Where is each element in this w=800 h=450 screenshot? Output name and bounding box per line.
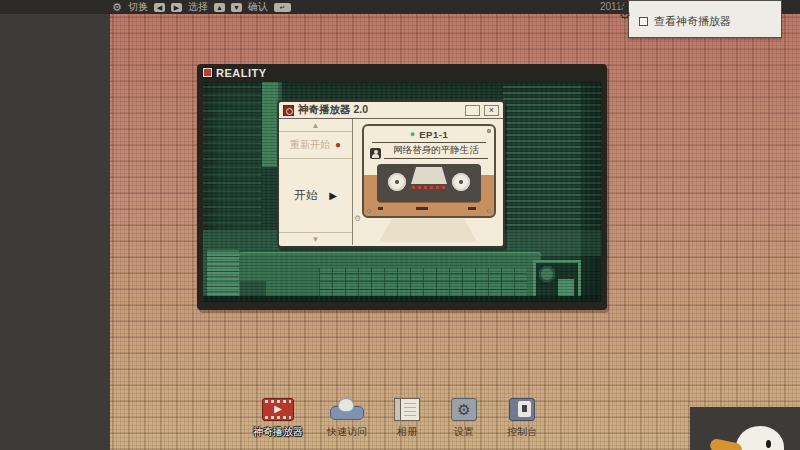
crt-art-chip: [558, 279, 574, 297]
icon-label: 快速访问: [327, 425, 367, 439]
minimize-button[interactable]: [465, 105, 480, 116]
episode-label: EP1-1: [419, 129, 448, 140]
tape-title: 网络替身的平静生活: [384, 144, 488, 159]
gear-icon: ⚙: [112, 0, 122, 14]
monitor-app-icon: [203, 68, 212, 77]
play-icon: ▶: [329, 191, 337, 201]
select-label: 选择: [188, 0, 208, 14]
cassette-tape: [377, 164, 481, 202]
episode-row: ● EP1-1: [364, 129, 494, 140]
desktop-icon-magic-player[interactable]: 神奇播放器: [250, 396, 306, 439]
person-icon: [370, 148, 381, 159]
divider: [372, 142, 486, 143]
crt-art-right-shadow: [581, 82, 601, 302]
duck-character: [736, 426, 784, 450]
icon-label: 神奇播放器: [253, 425, 303, 439]
crt-art-desk-edge: [203, 296, 601, 302]
crt-art-notebook: [203, 250, 239, 302]
screw-icon: [487, 209, 491, 213]
restart-label: 重新开始: [290, 138, 330, 152]
tiny-gear-icon: ⚙: [354, 215, 361, 223]
magic-player-window: 神奇播放器 2.0 × ▲ 重新开始 ● 开始 ▶ ▼: [277, 100, 505, 248]
desktop-icon-quick-access[interactable]: 快速访问: [319, 396, 375, 439]
cassette-holder: ● EP1-1 网络替身的平静生活: [362, 124, 496, 218]
player-body: ▲ 重新开始 ● 开始 ▶ ▼ ● EP1-1: [279, 119, 503, 245]
desktop-icon-album[interactable]: 相册: [379, 396, 435, 439]
down-key-icon[interactable]: ▼: [231, 3, 242, 12]
close-button[interactable]: ×: [484, 105, 499, 116]
top-hint-items: ⚙ 切换 ◀ ▶ 选择 ▲ ▼ 确认 ↵: [112, 0, 291, 14]
crt-art-keyboard-keys: [319, 268, 527, 298]
console-icon: [509, 396, 535, 422]
cassette-deck-panel: ● EP1-1 网络替身的平静生活: [353, 119, 503, 245]
tape-date: 2011/6/17: [437, 214, 488, 218]
cassette-window: [411, 167, 447, 184]
desktop-icon-settings[interactable]: ⚙ 设置: [436, 396, 492, 439]
gear-icon: ⚙: [619, 7, 631, 22]
left-reel-icon: [388, 173, 406, 191]
gear-icon: ⚙: [451, 396, 477, 422]
confirm-label: 确认: [248, 0, 268, 14]
player-titlebar[interactable]: 神奇播放器 2.0 ×: [279, 102, 503, 119]
prev-key-icon[interactable]: ◀: [154, 3, 165, 12]
monitor-title: REALITY: [216, 67, 267, 79]
corner-panel: [690, 407, 800, 450]
crt-art-left-streaks: [203, 82, 261, 232]
monitor-titlebar[interactable]: REALITY: [197, 64, 607, 81]
start-button[interactable]: 开始 ▶: [279, 159, 352, 232]
next-key-icon[interactable]: ▶: [171, 3, 182, 12]
player-window-title: 神奇播放器 2.0: [298, 103, 461, 117]
switch-label: 切换: [128, 0, 148, 14]
cloud-icon: [330, 396, 364, 422]
right-reel-icon: [452, 173, 470, 191]
record-icon: ●: [335, 140, 341, 150]
game-desktop: ⚙ 切换 ◀ ▶ 选择 ▲ ▼ 确认 ↵ 2011/ ⚙ ⚙ 查看神奇播放器 R…: [0, 0, 800, 450]
icon-label: 相册: [397, 425, 417, 439]
deck-door: [379, 219, 477, 242]
menu-item-view-player[interactable]: 查看神奇播放器: [639, 14, 731, 29]
tape-tick-marks: [364, 207, 494, 211]
screw-icon: [367, 209, 371, 213]
status-dot-icon: ●: [410, 130, 415, 139]
duck-eye: [766, 440, 771, 448]
cassette-label-strip: [412, 186, 446, 189]
left-dark-band: [0, 0, 110, 450]
scroll-down-button[interactable]: ▼: [279, 232, 352, 245]
context-menu: ⚙ ⚙ 查看神奇播放器: [628, 0, 782, 38]
start-label: 开始: [294, 188, 317, 203]
tape-title-row: 网络替身的平静生活: [370, 144, 488, 159]
desktop-icon-console[interactable]: 控制台: [494, 396, 550, 439]
enter-key-icon[interactable]: ↵: [274, 3, 291, 12]
screw-icon: [487, 129, 491, 133]
scroll-up-button[interactable]: ▲: [279, 119, 352, 132]
album-icon: [394, 396, 420, 422]
player-app-icon: [283, 105, 294, 116]
menu-item-label: 查看神奇播放器: [654, 14, 731, 29]
crt-art-disc: [539, 266, 555, 282]
icon-label: 设置: [454, 425, 474, 439]
icon-label: 控制台: [507, 425, 537, 439]
restart-button[interactable]: 重新开始 ●: [279, 132, 352, 159]
chevron-down-icon: ▼: [312, 235, 320, 244]
film-player-icon: [262, 396, 294, 422]
player-controls-panel: ▲ 重新开始 ● 开始 ▶ ▼: [279, 119, 353, 245]
chevron-up-icon: ▲: [312, 121, 320, 130]
checkbox-icon[interactable]: [639, 17, 648, 26]
up-key-icon[interactable]: ▲: [214, 3, 225, 12]
